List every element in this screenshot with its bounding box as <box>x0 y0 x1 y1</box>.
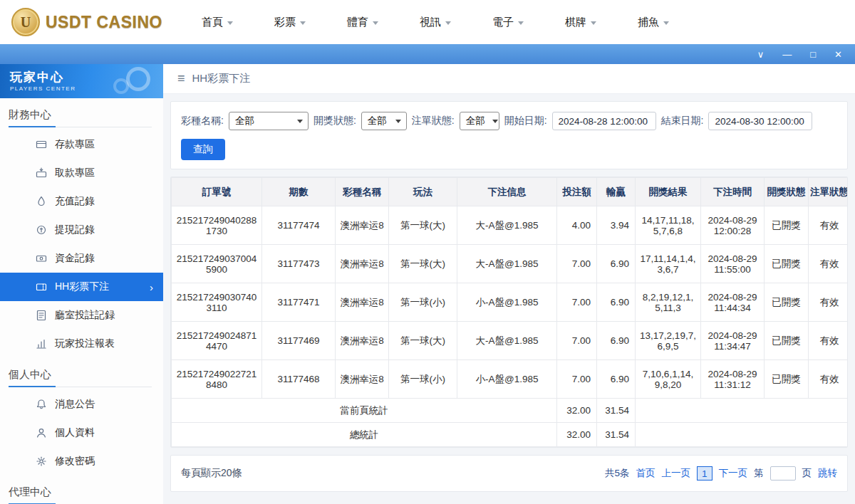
window-close-icon[interactable]: ✕ <box>834 50 842 59</box>
brand-logo[interactable]: U USDT CASINO <box>11 8 162 36</box>
main-nav: 首頁彩票體育視訊電子棋牌捕魚 <box>202 16 669 29</box>
summary-cell: 總統計 <box>172 423 557 447</box>
chevron-down-icon <box>591 21 596 25</box>
sidebar-item-withdraw[interactable]: 取款專區 <box>0 159 163 187</box>
lottery-select[interactable]: 全部 <box>229 112 309 130</box>
sidebar-item-cashout[interactable]: 提現記錄 <box>0 216 163 244</box>
players-center-banner: 玩家中心 PLAYERS CENTER <box>0 64 163 98</box>
table-cell: 4.00 <box>557 206 597 245</box>
table-cell: 14,17,11,18,5,7,6,8 <box>636 206 701 245</box>
nav-item-label: 棋牌 <box>565 16 586 29</box>
table-cell: 2152172490402881730 <box>172 206 262 245</box>
poker-chip-icon <box>113 78 129 94</box>
pagination-current-page[interactable]: 1 <box>697 466 712 481</box>
table-cell: 小-A盤@1.985 <box>457 283 557 322</box>
table-cell: 已開獎 <box>765 206 809 245</box>
pagination-next[interactable]: 下一页 <box>719 467 748 480</box>
summary-cell: 32.00 <box>557 423 597 447</box>
table-cell: 澳洲幸运8 <box>336 360 389 399</box>
sidebar-item-report[interactable]: 玩家投注報表 <box>0 330 163 358</box>
table-cell: 澳洲幸运8 <box>336 322 389 360</box>
draw-status-filter-label: 開獎狀態: <box>314 115 356 127</box>
nav-item[interactable]: 首頁 <box>202 16 233 29</box>
end-date-input[interactable] <box>708 112 812 130</box>
chevron-down-icon <box>518 21 524 25</box>
table-cell: 澳洲幸运8 <box>336 245 389 283</box>
order-status-filter-label: 注單狀態: <box>412 115 455 127</box>
sidebar-item-label: 消息公告 <box>55 398 95 411</box>
table-row: 215217249030740311031177471澳洲幸运8第一球(小)小-… <box>172 283 849 322</box>
sidebar-item-label: 取款專區 <box>55 167 95 179</box>
nav-item-label: 電子 <box>492 16 514 29</box>
nav-item[interactable]: 視訊 <box>420 16 451 29</box>
table-cell: 澳洲幸运8 <box>336 206 389 245</box>
table-row: 215217249037004590031177473澳洲幸运8第一球(大)大-… <box>172 245 849 283</box>
nav-item[interactable]: 彩票 <box>274 16 306 29</box>
table-header-cell: 訂單號 <box>172 178 262 206</box>
window-collapse-icon[interactable]: ∨ <box>757 50 765 59</box>
sidebar-section-label: 財務中心 <box>9 105 56 127</box>
draw-status-select-value: 全部 <box>368 115 387 127</box>
table-cell: 8,2,19,12,1,5,11,3 <box>636 283 701 322</box>
draw-status-select[interactable]: 全部 <box>361 112 407 130</box>
table-cell: 31177468 <box>262 360 336 399</box>
bell-icon <box>36 399 47 410</box>
sidebar-item-label: 廳室投註記録 <box>55 309 115 322</box>
bets-table: 訂單號期數彩種名稱玩法下注信息投注額輸贏開獎結果下注時間開獎狀態注單狀態 215… <box>171 177 848 447</box>
table-cell: 3.94 <box>597 206 636 245</box>
pagination-prev[interactable]: 上一页 <box>661 467 690 480</box>
sidebar-item-gear[interactable]: 修改密碼 <box>0 447 163 476</box>
poker-chip-icon <box>126 67 150 91</box>
sidebar-item-deposit[interactable]: 存款專區 <box>0 130 163 159</box>
sidebar: 玩家中心 PLAYERS CENTER 財務中心存款專區取款專區充值記錄提現記錄… <box>0 64 163 504</box>
table-cell: 2024-08-29 11:55:00 <box>701 245 765 283</box>
order-status-select[interactable]: 全部 <box>460 112 499 130</box>
sidebar-item-label: 玩家投注報表 <box>55 337 115 350</box>
window-minimize-icon[interactable]: — <box>782 50 792 59</box>
window-maximize-icon[interactable]: □ <box>810 50 816 59</box>
summary-cell: 32.00 <box>557 399 597 423</box>
bets-table-panel: 訂單號期數彩種名稱玩法下注信息投注額輸贏開獎結果下注時間開獎狀態注單狀態 215… <box>170 177 848 448</box>
sidebar-item-funds[interactable]: 資金記錄 <box>0 244 163 273</box>
summary-row: 總統計32.0031.54 <box>172 423 849 447</box>
nav-item[interactable]: 電子 <box>492 16 524 29</box>
summary-cell: 當前頁統計 <box>172 399 557 423</box>
nav-item[interactable]: 棋牌 <box>565 16 596 29</box>
table-header-cell: 下注信息 <box>457 178 557 206</box>
table-row: 215217249022721848031177468澳洲幸运8第一球(小)小-… <box>172 360 849 399</box>
nav-item-label: 捕魚 <box>638 16 659 29</box>
hamburger-icon[interactable]: ≡ <box>177 71 185 86</box>
table-cell: 31177471 <box>262 283 336 322</box>
table-cell: 2152172490307403110 <box>172 283 262 322</box>
table-cell: 31177469 <box>262 322 336 360</box>
table-cell: 小-A盤@1.985 <box>457 360 557 399</box>
chevron-down-icon <box>395 120 401 123</box>
sidebar-item-lottery[interactable]: HH彩票下注› <box>0 273 163 301</box>
start-date-input[interactable] <box>552 112 656 130</box>
table-cell: 第一球(小) <box>389 283 457 322</box>
chevron-down-icon <box>297 120 303 123</box>
summary-row: 當前頁統計32.0031.54 <box>172 399 849 423</box>
sidebar-item-user[interactable]: 個人資料 <box>0 419 163 447</box>
sidebar-item-label: HH彩票下注 <box>55 280 109 293</box>
chevron-down-icon <box>663 21 669 25</box>
page-jump-input[interactable] <box>770 466 796 481</box>
nav-item-label: 體育 <box>347 16 368 29</box>
lottery-select-value: 全部 <box>235 115 254 127</box>
sidebar-item-recharge[interactable]: 充值記錄 <box>0 187 163 216</box>
table-cell: 17,11,14,1,4,3,6,7 <box>636 245 701 283</box>
sidebar-item-bell[interactable]: 消息公告 <box>0 390 163 419</box>
page-jump-suffix: 页 <box>802 467 812 480</box>
table-cell: 2024-08-29 11:34:47 <box>701 322 765 360</box>
nav-item[interactable]: 體育 <box>347 16 378 29</box>
search-button[interactable]: 查詢 <box>181 139 225 160</box>
table-cell: 6.90 <box>597 322 636 360</box>
nav-item[interactable]: 捕魚 <box>638 16 669 29</box>
pagination-first[interactable]: 首页 <box>636 467 655 480</box>
sidebar-item-label: 修改密碼 <box>55 455 95 468</box>
nav-item-label: 視訊 <box>420 16 441 29</box>
sidebar-item-hall[interactable]: 廳室投註記録 <box>0 301 163 330</box>
pagination-jump-button[interactable]: 跳转 <box>818 467 837 480</box>
summary-cell: 31.54 <box>597 423 636 447</box>
chevron-down-icon <box>227 21 233 25</box>
